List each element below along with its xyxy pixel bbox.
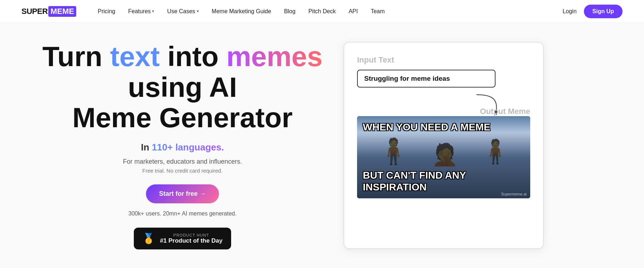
nav-use-cases[interactable]: Use Cases▾ (167, 8, 199, 15)
nav-meme-marketing[interactable]: Meme Marketing Guide (212, 8, 271, 15)
product-hunt-label: PRODUCT HUNT (160, 233, 223, 237)
meme-watermark: Supermeme.ai (501, 192, 527, 196)
nav-blog[interactable]: Blog (284, 8, 296, 15)
hero-section: Turn text into memes using AI Meme Gener… (36, 41, 329, 249)
nav-pitch-deck[interactable]: Pitch Deck (308, 8, 336, 15)
product-hunt-text: PRODUCT HUNT #1 Product of the Day (160, 233, 223, 244)
hero-trial: Free trial. No credit card required. (142, 168, 223, 174)
nav-api[interactable]: API (348, 8, 358, 15)
nav-team[interactable]: Team (371, 8, 385, 15)
nav-links: Pricing Features▾ Use Cases▾ Meme Market… (98, 8, 562, 15)
figure-left: 🧍 (378, 139, 409, 164)
hero-languages: In 110+ languages. (141, 142, 224, 153)
output-label: Output Meme (480, 107, 530, 116)
navbar: SUPERMEME Pricing Features▾ Use Cases▾ M… (0, 0, 644, 23)
nav-features[interactable]: Features▾ (128, 8, 154, 15)
product-hunt-badge: 🥇 PRODUCT HUNT #1 Product of the Day (134, 228, 231, 249)
hero-subtitle: For marketers, educators and influencers… (123, 158, 242, 165)
hero-stats: 300k+ users. 20mn+ AI memes generated. (128, 210, 236, 217)
nav-actions: Login Sign Up (562, 5, 623, 18)
chevron-down-icon: ▾ (197, 9, 199, 14)
input-text-display: Struggling for meme ideas (357, 70, 496, 88)
medal-icon: 🥇 (142, 233, 155, 244)
logo-meme: MEME (48, 6, 76, 17)
arrow-area: Output Meme (357, 88, 530, 116)
demo-card: Input Text Struggling for meme ideas Out… (343, 42, 544, 249)
main-content: Turn text into memes using AI Meme Gener… (0, 23, 644, 268)
signup-button[interactable]: Sign Up (584, 5, 623, 18)
figure-right: 🧍 (481, 140, 510, 163)
meme-image-container: WHEN YOU NEED A MEME 🧍 🤦 🧍 BUT CAN'T FIN… (357, 116, 530, 198)
product-hunt-title: #1 Product of the Day (160, 237, 223, 244)
nav-pricing[interactable]: Pricing (98, 8, 115, 15)
meme-image: WHEN YOU NEED A MEME 🧍 🤦 🧍 BUT CAN'T FIN… (357, 116, 530, 198)
logo[interactable]: SUPERMEME (21, 6, 76, 17)
meme-bottom-text: BUT CAN'T FIND ANY INSPIRATION (363, 169, 525, 193)
hero-title: Turn text into memes using AI Meme Gener… (36, 41, 329, 133)
start-free-button[interactable]: Start for free → (146, 184, 219, 203)
figure-center: 🤦 (431, 144, 458, 165)
logo-super: SUPER (21, 7, 48, 16)
chevron-down-icon: ▾ (152, 9, 154, 14)
input-label: Input Text (357, 55, 394, 65)
login-button[interactable]: Login (562, 8, 576, 15)
meme-top-text: WHEN YOU NEED A MEME (363, 121, 525, 133)
